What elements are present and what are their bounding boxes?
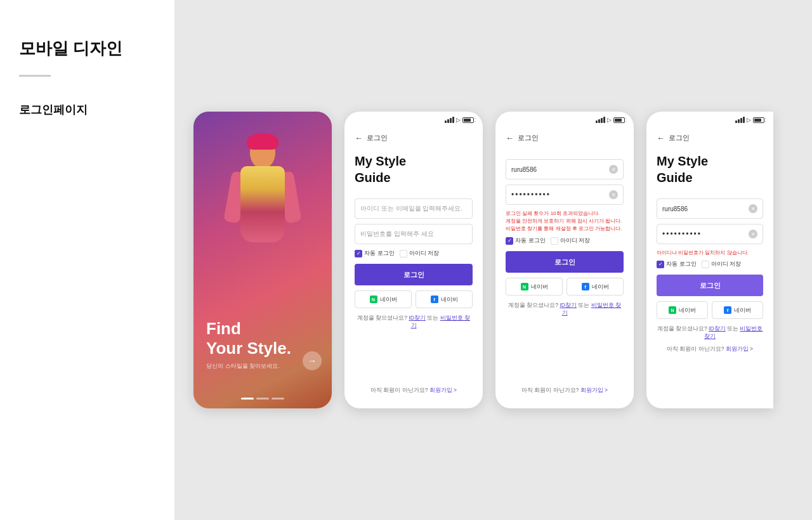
hero-dots	[241, 398, 284, 400]
naver-button[interactable]: N 네이버	[657, 301, 708, 319]
error-message: 로그인 실패 횟수가 10회 초과되었습니다. 계정을 안전하게 보호하기 위해…	[506, 210, 624, 233]
id-input[interactable]: 아이디 또는 이메일을 입력해주세요.	[355, 198, 473, 219]
signal-icon	[596, 117, 605, 123]
id-input-filled[interactable]: ruru8586 ✕	[657, 198, 763, 219]
sidebar-divider	[19, 75, 51, 77]
login-title: My Style Guide	[355, 153, 473, 186]
auto-login-checkbox[interactable]: ✓	[506, 237, 513, 245]
login-title: My Style Guide	[657, 153, 763, 186]
wifi-icon: ▷	[747, 117, 751, 123]
register-row: 아직 회원이 아닌가요? 회원가입 >	[506, 387, 624, 401]
find-links: 계정을 찾으셨나요? ID찾기 또는 비밀번호 찾기	[506, 302, 624, 317]
sidebar-title: 모바일 디자인	[19, 38, 155, 60]
phone4-content: ← 로그인 My Style Guide ruru8586 ✕ ••••••••…	[646, 126, 773, 367]
save-id-check[interactable]: 아이디 저장	[702, 260, 742, 268]
wifi-icon: ▷	[456, 117, 461, 123]
hero-text-area: FindYour Style. 당신의 스타일을 찾아보세요.	[206, 319, 291, 370]
find-links: 계정을 찾으셨나요? ID찾기 또는 비밀번호 찾기	[355, 315, 473, 330]
signal-icon	[735, 117, 745, 123]
naver-icon: N	[370, 296, 377, 303]
battery-icon	[462, 117, 474, 123]
phone4-status-bar: ▷	[646, 112, 773, 126]
dot-1	[241, 398, 254, 400]
hero-cta-button[interactable]: →	[303, 351, 322, 370]
facebook-icon: f	[724, 306, 731, 314]
save-id-checkbox[interactable]	[551, 237, 558, 245]
main-content: 📶 FindYour Style. 당신의 스타일을 찾아보세요. →	[174, 0, 812, 520]
phone-1-mockup: 📶 FindYour Style. 당신의 스타일을 찾아보세요. →	[193, 112, 332, 408]
id-input-filled[interactable]: ruru8586 ✕	[506, 159, 624, 179]
phone-4-mockup: ▷ ← 로그인 My Style Guide ruru8586 ✕ ••••••…	[646, 112, 773, 408]
dot-3	[272, 398, 284, 400]
back-arrow-icon: ←	[355, 133, 363, 143]
login-button[interactable]: 로그인	[506, 251, 624, 273]
back-arrow-icon: ←	[506, 133, 514, 143]
auto-login-check[interactable]: ✓ 자동 로그인	[355, 249, 395, 257]
facebook-icon: f	[431, 296, 438, 303]
phone2-content: ← 로그인 My Style Guide 아이디 또는 이메일을 입력해주세요.…	[344, 126, 483, 408]
phone2-status-bar: ▷	[344, 112, 483, 126]
option-row: ✓ 자동 로그인 아이디 저장	[657, 260, 763, 268]
social-buttons: N 네이버 f 네이비	[355, 290, 473, 308]
option-row: ✓ 자동 로그인 아이디 저장	[506, 237, 624, 245]
back-label: 로그인	[669, 133, 690, 143]
facebook-button[interactable]: f 네이비	[416, 290, 473, 308]
info-message: 아이디나 비밀번호가 일치하지 않습니다.	[657, 249, 763, 256]
back-row[interactable]: ← 로그인	[506, 133, 624, 143]
clear-pw-button[interactable]: ✕	[749, 230, 757, 238]
clear-pw-button[interactable]: ✕	[609, 190, 618, 199]
clear-id-button[interactable]: ✕	[749, 204, 757, 213]
auto-login-check[interactable]: ✓ 자동 로그인	[506, 237, 546, 245]
wifi-icon: ▷	[607, 117, 612, 123]
save-id-check[interactable]: 아이디 저장	[551, 237, 591, 245]
sidebar-subtitle: 로그인페이지	[19, 102, 155, 117]
naver-button[interactable]: N 네이버	[506, 278, 563, 296]
naver-button[interactable]: N 네이버	[355, 290, 412, 308]
back-label: 로그인	[518, 133, 539, 143]
back-label: 로그인	[367, 133, 388, 143]
back-row[interactable]: ← 로그인	[355, 133, 473, 143]
back-row[interactable]: ← 로그인	[657, 133, 763, 143]
pw-input-filled[interactable]: •••••••••• ✕	[657, 224, 763, 244]
facebook-button[interactable]: f 네이버	[712, 301, 763, 319]
pw-input-filled[interactable]: •••••••••• ✕	[506, 185, 624, 205]
clear-id-button[interactable]: ✕	[609, 165, 618, 174]
auto-login-check[interactable]: ✓ 자동 로그인	[657, 260, 697, 268]
hero-sub-text: 당신의 스타일을 찾아보세요.	[206, 362, 291, 370]
facebook-button[interactable]: f 네이버	[566, 278, 624, 296]
phone-3-mockup: ▷ ← 로그인 ruru8586 ✕ •••••••••• ✕ 로그인 실패 횟…	[495, 112, 634, 408]
auto-login-checkbox[interactable]: ✓	[355, 250, 362, 257]
phone3-status-bar: ▷	[495, 112, 634, 126]
social-buttons: N 네이버 f 네이버	[506, 278, 624, 296]
signal-icon	[445, 117, 454, 123]
sidebar: 모바일 디자인 로그인페이지	[0, 0, 174, 520]
back-arrow-icon: ←	[657, 133, 665, 143]
option-row: ✓ 자동 로그인 아이디 저장	[355, 249, 473, 257]
auto-login-checkbox[interactable]: ✓	[657, 261, 664, 268]
social-buttons: N 네이버 f 네이버	[657, 301, 763, 319]
save-id-check[interactable]: 아이디 저장	[400, 249, 440, 257]
find-links: 계정을 찾으셨나요? ID찾기 또는 비밀번호 찾기	[657, 325, 763, 341]
register-row: 아직 회원이 아닌가요? 회원가입 >	[657, 346, 763, 360]
phone-2-mockup: ▷ ← 로그인 My Style Guide 아이디 또는 이메일을 입력해주세…	[344, 112, 483, 408]
naver-icon: N	[669, 306, 676, 314]
register-row: 아직 회원이 아닌가요? 회원가입 >	[355, 387, 473, 401]
phone3-content: ← 로그인 ruru8586 ✕ •••••••••• ✕ 로그인 실패 횟수가…	[495, 126, 634, 408]
facebook-icon: f	[582, 283, 589, 290]
login-button[interactable]: 로그인	[657, 275, 763, 296]
dot-2	[256, 398, 269, 400]
save-id-checkbox[interactable]	[702, 261, 709, 268]
battery-icon	[613, 117, 625, 123]
login-button[interactable]: 로그인	[355, 264, 473, 285]
battery-icon	[753, 117, 764, 123]
pw-input[interactable]: 비밀번호를 입력해주 세요	[355, 224, 473, 244]
naver-icon: N	[521, 283, 528, 290]
hero-main-text: FindYour Style.	[206, 319, 291, 358]
save-id-checkbox[interactable]	[400, 250, 407, 257]
